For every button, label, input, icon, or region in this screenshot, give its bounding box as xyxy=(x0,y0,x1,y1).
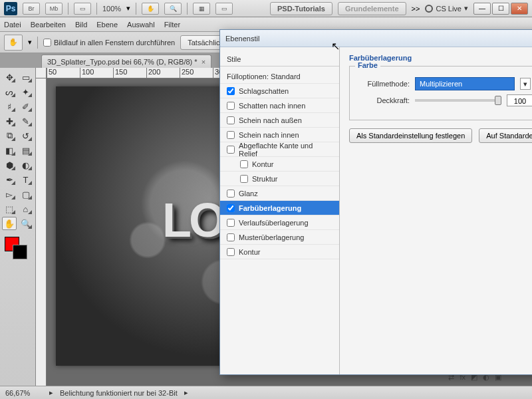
window-close[interactable]: ✕ xyxy=(511,3,528,15)
document-tab[interactable]: 3D_Splatter_Typo.psd bei 66,7% (D, RGB/8… xyxy=(41,55,211,68)
style-checkbox[interactable] xyxy=(240,160,248,168)
window-maximize[interactable]: ☐ xyxy=(492,3,509,15)
style-checkbox[interactable] xyxy=(227,248,235,256)
color-swatches[interactable] xyxy=(2,234,33,259)
status-zoom[interactable]: 66,67% xyxy=(5,389,43,397)
style-row-glanz[interactable]: Glanz xyxy=(220,186,339,201)
style-checkbox[interactable] xyxy=(227,87,235,95)
chevron-down-icon[interactable]: ▾ xyxy=(28,38,32,47)
make-default-button[interactable]: Als Standardeinstellung festlegen xyxy=(349,128,472,143)
style-settings-panel: Farbüberlagerung Farbe Füllmethode: Mult… xyxy=(340,47,532,374)
move-tool[interactable]: ✥ xyxy=(2,70,17,84)
menu-datei[interactable]: Datei xyxy=(4,21,21,29)
style-checkbox[interactable] xyxy=(240,175,248,183)
slider-thumb[interactable] xyxy=(495,96,501,105)
style-row-kontur[interactable]: Kontur xyxy=(220,157,339,172)
zoom-readout[interactable]: 100% xyxy=(102,5,121,13)
fieldset-legend: Farbe xyxy=(355,61,380,69)
dodge-tool[interactable]: ◐ xyxy=(19,158,33,172)
3d-camera-tool[interactable]: ⌂ xyxy=(19,202,33,215)
style-row-schein-nach-innen[interactable]: Schein nach innen xyxy=(220,128,339,142)
status-bar: 66,67% ▸ Belichtung funktioniert nur bei… xyxy=(0,386,532,399)
3d-tool[interactable]: ⬚ xyxy=(2,202,17,215)
blur-tool[interactable]: ⬢ xyxy=(2,158,17,172)
menu-bild[interactable]: Bild xyxy=(75,21,87,29)
window-minimize[interactable]: — xyxy=(473,3,491,15)
heal-tool[interactable]: ✚ xyxy=(2,114,17,128)
style-row-muster-berlagerung[interactable]: Musterüberlagerung xyxy=(220,230,339,245)
style-row-verlaufs-berlagerung[interactable]: Verlaufsüberlagerung xyxy=(220,215,339,230)
style-row-schein-nach-au-en[interactable]: Schein nach außen xyxy=(220,113,339,128)
style-label: Musterüberlagerung xyxy=(239,233,304,241)
opacity-input[interactable]: 100 xyxy=(507,94,532,106)
gradient-tool[interactable]: ▤ xyxy=(19,144,33,157)
style-label: Glanz xyxy=(239,190,258,198)
type-tool[interactable]: T xyxy=(19,173,33,186)
style-list-header: Stile xyxy=(220,53,339,66)
view-extras-button[interactable]: ▭ xyxy=(74,3,91,15)
chevron-down-icon[interactable]: ▾ xyxy=(126,4,130,13)
style-checkbox[interactable] xyxy=(227,219,235,227)
workspace-more[interactable]: >> xyxy=(412,5,420,13)
hand-tool[interactable]: ✋ xyxy=(2,217,17,230)
crop-tool[interactable]: ♯ xyxy=(2,100,17,113)
dialog-title: Ebenenstil xyxy=(225,35,259,43)
chevron-right-icon[interactable]: ▸ xyxy=(184,388,188,397)
style-checkbox[interactable] xyxy=(227,204,235,212)
menu-bearbeiten[interactable]: Bearbeiten xyxy=(31,21,66,29)
fill-options-row[interactable]: Fülloptionen: Standard xyxy=(220,69,339,84)
workspace-tab-psdtutorials[interactable]: PSD-Tutorials xyxy=(270,2,332,15)
minibridge-button[interactable]: Mb xyxy=(45,3,63,15)
pen-tool[interactable]: ✒ xyxy=(2,173,17,186)
background-swatch[interactable] xyxy=(13,245,27,259)
ruler-origin[interactable] xyxy=(36,68,47,78)
eraser-tool[interactable]: ◧ xyxy=(2,144,17,157)
hand-shortcut[interactable]: ✋ xyxy=(142,3,159,15)
current-tool-icon[interactable]: ✋ xyxy=(4,35,23,51)
ruler-vertical[interactable] xyxy=(36,78,47,386)
path-select-tool[interactable]: ▻ xyxy=(2,188,17,201)
arrange-button[interactable]: ▦ xyxy=(193,3,210,15)
style-label: Farbüberlagerung xyxy=(239,204,301,212)
wand-tool[interactable]: ✦ xyxy=(19,85,33,98)
style-row-abgeflachte-kante-und-relief[interactable]: Abgeflachte Kante und Relief xyxy=(220,142,339,157)
color-fieldset: Farbe Füllmethode: Multiplizieren ▾ Deck… xyxy=(349,66,532,120)
shape-tool[interactable]: ▢ xyxy=(19,188,33,201)
eyedropper-tool[interactable]: ✐ xyxy=(19,100,33,113)
zoom-tool[interactable]: 🔍 xyxy=(19,217,33,230)
scroll-all-windows-checkbox[interactable]: Bildlauf in allen Fenstern durchführen xyxy=(43,39,175,47)
dialog-title-bar[interactable]: Ebenenstil xyxy=(220,30,532,47)
screenmode-button[interactable]: ▭ xyxy=(215,3,233,15)
blend-mode-select[interactable]: Multiplizieren xyxy=(415,77,515,90)
brush-tool[interactable]: ✎ xyxy=(19,114,33,128)
menu-filter[interactable]: Filter xyxy=(164,21,180,29)
style-checkbox[interactable] xyxy=(227,190,235,198)
style-row-farb-berlagerung[interactable]: Farbüberlagerung xyxy=(220,201,339,215)
menu-ebene[interactable]: Ebene xyxy=(96,21,118,29)
style-row-kontur[interactable]: Kontur xyxy=(220,245,339,259)
style-checkbox[interactable] xyxy=(227,116,235,124)
reset-default-button[interactable]: Auf Standardeins xyxy=(479,128,532,143)
cslive-button[interactable]: CS Live▾ xyxy=(425,4,468,13)
history-brush-tool[interactable]: ↺ xyxy=(19,129,33,142)
style-row-schlagschatten[interactable]: Schlagschatten xyxy=(220,84,339,98)
close-icon[interactable]: × xyxy=(201,58,205,66)
style-checkbox[interactable] xyxy=(227,131,235,139)
style-checkbox[interactable] xyxy=(227,233,235,241)
sep xyxy=(187,3,188,15)
style-checkbox[interactable] xyxy=(227,146,235,154)
style-row-schatten-nach-innen[interactable]: Schatten nach innen xyxy=(220,98,339,113)
bridge-button[interactable]: Br xyxy=(23,3,40,15)
chevron-down-icon[interactable]: ▾ xyxy=(520,78,531,90)
style-checkbox[interactable] xyxy=(227,102,235,110)
menu-auswahl[interactable]: Auswahl xyxy=(127,21,155,29)
blend-mode-label: Füllmethode: xyxy=(358,80,410,88)
stamp-tool[interactable]: ⧉ xyxy=(2,129,17,142)
chevron-right-icon[interactable]: ▸ xyxy=(49,388,53,397)
lasso-tool[interactable]: ᔕ xyxy=(2,85,17,98)
zoom-shortcut[interactable]: 🔍 xyxy=(164,3,182,15)
style-row-struktur[interactable]: Struktur xyxy=(220,172,339,186)
opacity-slider[interactable] xyxy=(415,99,501,102)
workspace-tab-grundelemente[interactable]: Grundelemente xyxy=(338,2,406,15)
marquee-tool[interactable]: ▭ xyxy=(19,70,33,84)
